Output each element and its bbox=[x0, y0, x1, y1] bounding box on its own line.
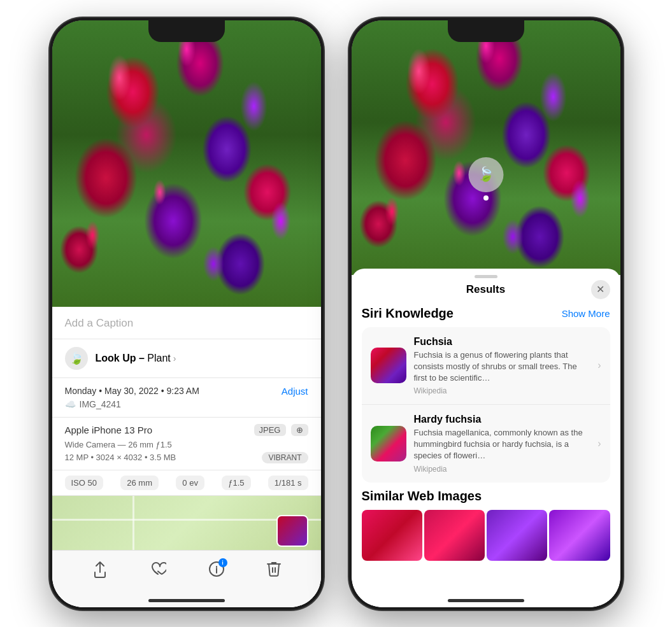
map-road-vertical bbox=[132, 496, 134, 553]
leaf-icon: 🍃 bbox=[69, 351, 83, 365]
knowledge-item-hardy-fuchsia[interactable]: Hardy fuchsia Fuchsia magellanica, commo… bbox=[362, 405, 610, 483]
aperture-value: ƒ1.5 bbox=[222, 476, 250, 490]
badge-row: JPEG ⊕ bbox=[254, 424, 308, 436]
fuchsia-name: Fuchsia bbox=[414, 336, 590, 348]
heart-button[interactable] bbox=[150, 561, 166, 576]
lookup-row[interactable]: 🍃 Look Up – Plant› bbox=[52, 339, 321, 378]
trash-button[interactable] bbox=[267, 561, 281, 577]
hardy-fuchsia-source: Wikipedia bbox=[414, 465, 590, 474]
visual-lookup-dot bbox=[483, 195, 489, 201]
hardy-fuchsia-name: Hardy fuchsia bbox=[414, 414, 590, 425]
meta-area: Monday • May 30, 2022 • 9:23 AM Adjust ☁… bbox=[52, 378, 321, 418]
knowledge-card: Fuchsia Fuchsia is a genus of flowering … bbox=[362, 327, 610, 483]
left-phone: Add a Caption 🍃 Look Up – Plant› Monday … bbox=[50, 18, 324, 610]
hardy-fuchsia-chevron: › bbox=[597, 438, 601, 449]
exif-row: ISO 50 26 mm 0 ev ƒ1.5 1/181 s bbox=[52, 470, 321, 496]
info-area: Add a Caption 🍃 Look Up – Plant› Monday … bbox=[52, 307, 321, 607]
fuchsia-thumbnail bbox=[371, 348, 406, 383]
cloud-icon: ☁️ bbox=[65, 399, 76, 409]
right-notch bbox=[448, 20, 524, 42]
right-photo-area bbox=[352, 20, 620, 275]
fuchsia-source: Wikipedia bbox=[414, 386, 590, 395]
focal-length: 26 mm bbox=[120, 476, 159, 490]
location-icon: ⊕ bbox=[291, 424, 308, 436]
results-sheet: Results ✕ Siri Knowledge Show More bbox=[352, 269, 620, 607]
adjust-button[interactable]: Adjust bbox=[282, 386, 308, 397]
format-badge: JPEG bbox=[254, 424, 286, 436]
date-text: Monday • May 30, 2022 • 9:23 AM bbox=[65, 386, 199, 396]
ev-value: 0 ev bbox=[176, 476, 204, 490]
similar-section: Similar Web Images bbox=[362, 489, 610, 561]
filename: IMG_4241 bbox=[80, 399, 121, 409]
knowledge-item-fuchsia[interactable]: Fuchsia Fuchsia is a genus of flowering … bbox=[362, 327, 610, 405]
lookup-label: Look Up – Plant› bbox=[96, 353, 176, 364]
fuchsia-chevron: › bbox=[597, 360, 601, 371]
info-badge: i bbox=[218, 558, 227, 567]
fuchsia-content: Fuchsia Fuchsia is a genus of flowering … bbox=[414, 336, 590, 396]
similar-title: Similar Web Images bbox=[362, 489, 610, 504]
right-home-indicator bbox=[448, 599, 524, 602]
photo-area[interactable] bbox=[52, 20, 321, 307]
similar-image-4[interactable] bbox=[549, 510, 610, 561]
caption-area[interactable]: Add a Caption bbox=[52, 307, 321, 339]
hardy-fuchsia-content: Hardy fuchsia Fuchsia magellanica, commo… bbox=[414, 414, 590, 474]
info-button[interactable]: i bbox=[208, 561, 225, 577]
mp-text: 12 MP • 3024 × 4032 • 3.5 MB bbox=[65, 453, 176, 462]
siri-knowledge-title: Siri Knowledge bbox=[362, 306, 454, 321]
sheet-title: Results bbox=[466, 283, 505, 296]
camera-details: Wide Camera — 26 mm ƒ1.5 bbox=[65, 440, 308, 449]
lookup-chevron: › bbox=[173, 353, 176, 363]
map-area[interactable] bbox=[52, 496, 321, 553]
left-screen: Add a Caption 🍃 Look Up – Plant› Monday … bbox=[52, 20, 321, 607]
map-thumbnail bbox=[276, 515, 308, 547]
sheet-body[interactable]: Siri Knowledge Show More Fuchsia Fuchsia… bbox=[352, 301, 620, 595]
shutter-speed: 1/181 s bbox=[268, 476, 308, 490]
right-phone: 🍃 Results ✕ Siri Knowledge Show More bbox=[349, 18, 623, 610]
device-name: Apple iPhone 13 Pro bbox=[65, 425, 153, 435]
home-indicator bbox=[148, 599, 225, 602]
fuchsia-description: Fuchsia is a genus of flowering plants t… bbox=[414, 349, 590, 384]
hardy-fuchsia-description: Fuchsia magellanica, commonly known as t… bbox=[414, 427, 590, 462]
iso-value: ISO 50 bbox=[65, 476, 103, 490]
similar-image-2[interactable] bbox=[424, 510, 485, 561]
lookup-icon-circle: 🍃 bbox=[65, 347, 88, 370]
share-button[interactable] bbox=[92, 561, 108, 579]
show-more-button[interactable]: Show More bbox=[562, 308, 610, 319]
notch bbox=[148, 20, 225, 42]
visual-lookup-button[interactable]: 🍃 bbox=[468, 157, 503, 192]
device-area: Apple iPhone 13 Pro JPEG ⊕ Wide Camera —… bbox=[52, 418, 321, 470]
close-icon: ✕ bbox=[596, 283, 604, 295]
lookup-keyword: Look Up – bbox=[96, 353, 145, 363]
leaf-lookup-icon: 🍃 bbox=[477, 166, 494, 183]
caption-placeholder[interactable]: Add a Caption bbox=[65, 317, 134, 329]
similar-images-grid bbox=[362, 510, 610, 561]
lookup-subject: Plant bbox=[145, 353, 171, 363]
right-screen: 🍃 Results ✕ Siri Knowledge Show More bbox=[352, 20, 620, 607]
sheet-header: Results ✕ bbox=[352, 278, 620, 301]
similar-image-3[interactable] bbox=[487, 510, 547, 561]
sheet-close-button[interactable]: ✕ bbox=[591, 280, 610, 299]
hardy-fuchsia-thumbnail bbox=[371, 426, 406, 461]
similar-image-1[interactable] bbox=[362, 510, 422, 561]
vibrant-badge: VIBRANT bbox=[262, 452, 308, 463]
siri-knowledge-header: Siri Knowledge Show More bbox=[362, 306, 610, 321]
